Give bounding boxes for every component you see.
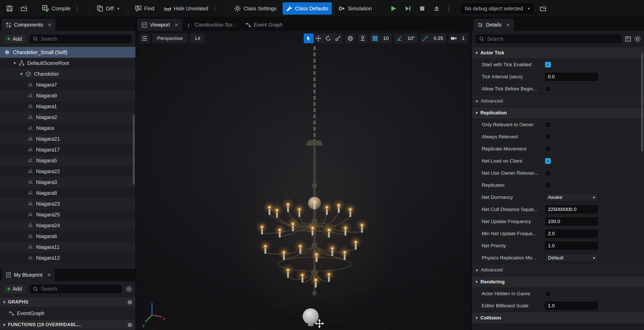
tree-row-niagara25[interactable]: Niagara25 <box>0 209 135 220</box>
viewport-3d-scene[interactable]: x y Perspective Lit <box>136 31 471 330</box>
close-icon[interactable]: × <box>47 272 51 278</box>
caret-down-icon[interactable]: ▾ <box>18 71 25 77</box>
debug-object-dropdown[interactable]: No debug object selected ▾ <box>460 3 535 14</box>
frame-skip-button[interactable] <box>402 3 414 14</box>
save-button[interactable] <box>4 3 15 14</box>
tree-row-niagara[interactable]: Niagara <box>0 123 135 133</box>
rotate-tool-button[interactable] <box>323 33 333 43</box>
blueprint-settings-gear-icon[interactable] <box>126 286 132 292</box>
functions-section-header[interactable]: ▾ FUNCTIONS (19 OVERRIDABL... ⊕ <box>0 320 135 330</box>
scale-tool-button[interactable] <box>333 33 343 43</box>
checkbox-only-relevant-to-owner[interactable] <box>545 122 551 128</box>
tree-row-niagara8[interactable]: Niagara8 <box>0 188 135 198</box>
surface-snapping-button[interactable] <box>358 33 368 43</box>
view-mode-dropdown[interactable]: Lit <box>190 33 205 43</box>
select-tool-button[interactable] <box>304 33 313 43</box>
stop-button[interactable] <box>416 3 428 14</box>
play-button[interactable] <box>387 3 399 14</box>
components-search[interactable] <box>29 34 132 44</box>
scale-snap-value[interactable]: 0.25 <box>430 33 446 43</box>
simulation-button[interactable]: Simulation <box>334 2 375 15</box>
tab-components[interactable]: Components × <box>2 19 55 31</box>
close-icon[interactable]: × <box>48 22 51 28</box>
caret-down-icon[interactable]: ▾ <box>11 60 18 66</box>
tree-row-niagara22[interactable]: Niagara22 <box>0 166 135 177</box>
tree-row-niagara24[interactable]: Niagara24 <box>0 220 135 231</box>
graphs-section-header[interactable]: ▾ GRAPHS ⊕ <box>0 297 135 307</box>
tree-row-niagara5[interactable]: Niagara5 <box>0 155 135 166</box>
input-net-priority[interactable] <box>545 242 598 250</box>
section-header-actor-tick[interactable]: ▾Actor Tick <box>472 47 644 59</box>
tab-my-blueprint[interactable]: My Blueprint × <box>2 269 55 281</box>
details-search-input[interactable] <box>487 36 618 42</box>
dropdown-net-dormancy[interactable]: Awake▾ <box>545 193 598 201</box>
my-blueprint-search-input[interactable] <box>41 286 119 292</box>
perspective-dropdown[interactable]: Perspective <box>152 33 187 43</box>
tab-construction-scr[interactable]: fConstruction Scr... <box>183 19 241 31</box>
tree-row-chandelier[interactable]: ▾Chandelier <box>0 69 135 79</box>
my-blueprint-search[interactable] <box>29 284 123 294</box>
graph-item-eventgraph[interactable]: EventGraph <box>0 307 135 320</box>
checkbox-replicate-movement[interactable] <box>545 146 551 152</box>
tree-row-niagara2[interactable]: Niagara2 <box>0 112 135 123</box>
tree-row-defaultsceneroot[interactable]: ▾DefaultSceneRoot <box>0 58 135 69</box>
tree-row-niagara21[interactable]: Niagara21 <box>0 133 135 144</box>
input-net-cull-distance-squar[interactable] <box>545 205 598 214</box>
components-search-input[interactable] <box>41 36 129 42</box>
tree-row-niagara1[interactable]: Niagara1 <box>0 101 135 112</box>
tab-event-graph[interactable]: Event Graph <box>241 19 287 31</box>
input-min-net-update-freque[interactable] <box>545 230 598 238</box>
tree-row-niagara9[interactable]: Niagara9 <box>0 90 135 101</box>
input-net-update-frequency[interactable] <box>545 217 598 226</box>
move-tool-button[interactable] <box>313 33 323 43</box>
camera-speed-value[interactable]: 1 <box>459 33 468 43</box>
checkbox-replicates[interactable] <box>545 182 551 188</box>
tree-row-niagara17[interactable]: Niagara17 <box>0 144 135 155</box>
section-header-rendering[interactable]: ▾Rendering <box>472 276 644 288</box>
checkbox-start-with-tick-enabled[interactable]: ✓ <box>545 62 551 67</box>
hide-unrelated-button[interactable]: Hide Unrelated ⋮ <box>160 2 222 15</box>
find-button[interactable]: Find <box>131 2 158 15</box>
details-scrollbar[interactable] <box>641 53 643 151</box>
section-header-replication[interactable]: ▾Replication <box>472 107 644 119</box>
close-icon[interactable]: × <box>174 22 178 28</box>
tab-details[interactable]: Details × <box>473 19 514 31</box>
rotation-snap-button[interactable] <box>394 33 404 43</box>
tree-row-niagara7[interactable]: Niagara7 <box>0 79 135 90</box>
checkbox-allow-tick-before-begin[interactable] <box>545 86 551 92</box>
world-local-toggle-button[interactable] <box>345 33 355 43</box>
class-settings-button[interactable]: Class Settings <box>231 2 280 15</box>
input-editor-billboard-scale[interactable] <box>545 302 598 310</box>
scale-snap-button[interactable] <box>420 33 430 43</box>
checkbox-always-relevant[interactable] <box>545 134 551 140</box>
add-function-icon[interactable]: ⊕ <box>127 321 132 328</box>
camera-speed-button[interactable] <box>449 33 459 43</box>
add-component-button[interactable]: + Add <box>3 34 26 44</box>
tab-viewport[interactable]: Viewport× <box>138 19 182 31</box>
tree-row-niagara11[interactable]: Niagara11 <box>0 242 135 252</box>
compile-button[interactable]: Compile ⋮ <box>38 2 84 15</box>
tree-row-niagara12[interactable]: Niagara12 <box>0 252 135 263</box>
checkbox-net-load-on-client[interactable]: ✓ <box>545 158 551 164</box>
hide-unrelated-options-icon[interactable]: ⋮ <box>211 5 218 12</box>
eject-button[interactable] <box>431 3 443 14</box>
debug-browse-button[interactable] <box>537 3 549 14</box>
dropdown-physics-replication-mo[interactable]: Default▾ <box>545 254 598 262</box>
input-tick-interval-secs[interactable] <box>545 73 598 81</box>
play-options-icon[interactable]: ⋮ <box>445 5 453 12</box>
advanced-expander[interactable]: ▸Advanced <box>472 95 644 107</box>
browse-asset-button[interactable] <box>18 3 30 14</box>
checkbox-net-use-owner-relevan[interactable] <box>545 170 551 176</box>
viewport-menu-button[interactable] <box>140 33 149 43</box>
grid-snap-value[interactable]: 10 <box>380 33 392 43</box>
tree-row-niagara3[interactable]: Niagara3 <box>0 177 135 188</box>
diff-button[interactable]: Diff ▾ <box>93 2 123 15</box>
display-options-icon[interactable] <box>625 36 631 42</box>
checkbox-actor-hidden-in-game[interactable] <box>545 291 551 297</box>
compile-options-icon[interactable]: ⋮ <box>73 5 81 12</box>
components-scrollbar[interactable] <box>133 115 135 185</box>
class-defaults-button[interactable]: Class Defaults <box>283 2 332 15</box>
advanced-expander[interactable]: ▸Advanced <box>472 264 644 276</box>
rotation-snap-value[interactable]: 10° <box>404 33 418 43</box>
tree-row-niagara23[interactable]: Niagara23 <box>0 198 135 209</box>
